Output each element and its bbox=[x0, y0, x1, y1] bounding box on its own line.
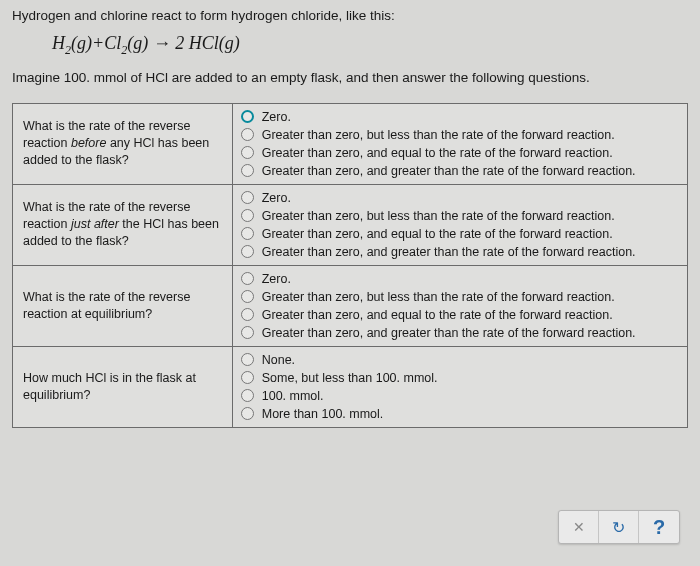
table-row: How much HCl is in the flask at equilibr… bbox=[13, 346, 688, 427]
eq-hcl: HCl bbox=[189, 33, 219, 53]
radio-icon[interactable] bbox=[241, 389, 254, 402]
question-text: What is the rate of the reverse reaction… bbox=[23, 290, 190, 321]
option-label: Greater than zero, and greater than the … bbox=[262, 326, 636, 340]
option-label: None. bbox=[262, 353, 295, 367]
eq-g2: (g) bbox=[127, 33, 148, 53]
option-label: 100. mmol. bbox=[262, 389, 324, 403]
options-cell: Zero.Greater than zero, but less than th… bbox=[232, 103, 687, 184]
radio-icon[interactable] bbox=[241, 128, 254, 141]
radio-icon[interactable] bbox=[241, 245, 254, 258]
table-row: What is the rate of the reverse reaction… bbox=[13, 265, 688, 346]
radio-option[interactable]: More than 100. mmol. bbox=[241, 405, 679, 423]
radio-option[interactable]: Greater than zero, and greater than the … bbox=[241, 243, 679, 261]
question-text: just after bbox=[71, 217, 119, 231]
radio-option[interactable]: Greater than zero, and greater than the … bbox=[241, 162, 679, 180]
close-button[interactable]: ✕ bbox=[559, 511, 599, 543]
radio-option[interactable]: Greater than zero, but less than the rat… bbox=[241, 288, 679, 306]
radio-icon[interactable] bbox=[241, 191, 254, 204]
option-label: Greater than zero, and equal to the rate… bbox=[262, 227, 613, 241]
intro-line-2: Imagine 100. mmol of HCl are added to an… bbox=[12, 70, 688, 85]
eq-plus: + bbox=[92, 33, 104, 53]
question-text: How much HCl is in the flask at equilibr… bbox=[23, 371, 196, 402]
radio-option[interactable]: Greater than zero, but less than the rat… bbox=[241, 207, 679, 225]
radio-option[interactable]: 100. mmol. bbox=[241, 387, 679, 405]
options-cell: None.Some, but less than 100. mmol.100. … bbox=[232, 346, 687, 427]
radio-option[interactable]: Zero. bbox=[241, 189, 679, 207]
eq-h2: H bbox=[52, 33, 65, 53]
radio-icon[interactable] bbox=[241, 290, 254, 303]
refresh-button[interactable]: ↻ bbox=[599, 511, 639, 543]
eq-g3: (g) bbox=[219, 33, 240, 53]
help-button[interactable]: ? bbox=[639, 511, 679, 543]
radio-option[interactable]: Greater than zero, and greater than the … bbox=[241, 324, 679, 342]
radio-option[interactable]: Greater than zero, and equal to the rate… bbox=[241, 306, 679, 324]
intro-line-1: Hydrogen and chlorine react to form hydr… bbox=[12, 8, 688, 23]
eq-coef: 2 bbox=[175, 33, 189, 53]
radio-icon[interactable] bbox=[241, 353, 254, 366]
radio-icon[interactable] bbox=[241, 209, 254, 222]
radio-option[interactable]: None. bbox=[241, 351, 679, 369]
question-text: before bbox=[71, 136, 106, 150]
table-row: What is the rate of the reverse reaction… bbox=[13, 103, 688, 184]
radio-option[interactable]: Greater than zero, and equal to the rate… bbox=[241, 144, 679, 162]
option-label: Greater than zero, but less than the rat… bbox=[262, 128, 615, 142]
option-label: More than 100. mmol. bbox=[262, 407, 384, 421]
eq-arrow: → bbox=[148, 33, 175, 53]
option-label: Greater than zero, but less than the rat… bbox=[262, 209, 615, 223]
eq-cl2: Cl bbox=[104, 33, 121, 53]
option-label: Greater than zero, but less than the rat… bbox=[262, 290, 615, 304]
options-cell: Zero.Greater than zero, but less than th… bbox=[232, 265, 687, 346]
table-row: What is the rate of the reverse reaction… bbox=[13, 184, 688, 265]
option-label: Some, but less than 100. mmol. bbox=[262, 371, 438, 385]
action-buttons: ✕ ↻ ? bbox=[558, 510, 680, 544]
option-label: Zero. bbox=[262, 272, 291, 286]
radio-icon[interactable] bbox=[241, 110, 254, 123]
radio-icon[interactable] bbox=[241, 146, 254, 159]
option-label: Greater than zero, and equal to the rate… bbox=[262, 146, 613, 160]
question-cell: What is the rate of the reverse reaction… bbox=[13, 103, 233, 184]
question-table: What is the rate of the reverse reaction… bbox=[12, 103, 688, 428]
radio-option[interactable]: Zero. bbox=[241, 108, 679, 126]
option-label: Greater than zero, and greater than the … bbox=[262, 164, 636, 178]
option-label: Greater than zero, and equal to the rate… bbox=[262, 308, 613, 322]
radio-option[interactable]: Zero. bbox=[241, 270, 679, 288]
radio-icon[interactable] bbox=[241, 326, 254, 339]
radio-icon[interactable] bbox=[241, 272, 254, 285]
radio-option[interactable]: Greater than zero, but less than the rat… bbox=[241, 126, 679, 144]
eq-g1: (g) bbox=[71, 33, 92, 53]
question-cell: What is the rate of the reverse reaction… bbox=[13, 265, 233, 346]
option-label: Zero. bbox=[262, 110, 291, 124]
radio-icon[interactable] bbox=[241, 371, 254, 384]
radio-icon[interactable] bbox=[241, 227, 254, 240]
question-cell: How much HCl is in the flask at equilibr… bbox=[13, 346, 233, 427]
radio-option[interactable]: Some, but less than 100. mmol. bbox=[241, 369, 679, 387]
option-label: Greater than zero, and greater than the … bbox=[262, 245, 636, 259]
chemical-equation: H2(g)+Cl2(g) → 2 HCl(g) bbox=[52, 33, 688, 58]
option-label: Zero. bbox=[262, 191, 291, 205]
options-cell: Zero.Greater than zero, but less than th… bbox=[232, 184, 687, 265]
radio-icon[interactable] bbox=[241, 164, 254, 177]
radio-icon[interactable] bbox=[241, 308, 254, 321]
question-cell: What is the rate of the reverse reaction… bbox=[13, 184, 233, 265]
radio-option[interactable]: Greater than zero, and equal to the rate… bbox=[241, 225, 679, 243]
radio-icon[interactable] bbox=[241, 407, 254, 420]
